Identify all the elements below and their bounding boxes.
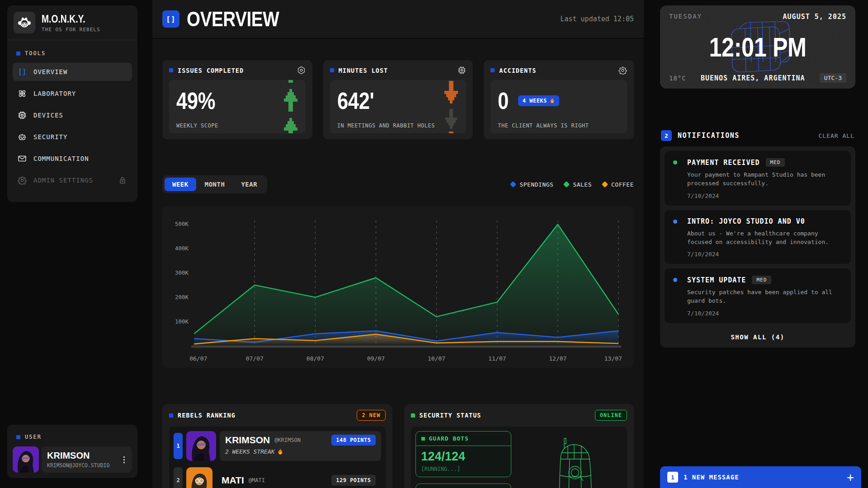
show-all-button[interactable]: SHOW ALL (4)	[665, 328, 851, 347]
ranking-row-1[interactable]: 1 KRIMSON @KRIMSON 148 POINTS 2 WEEKS	[174, 431, 381, 461]
chip-icon	[17, 111, 27, 120]
main-content: [] OVERVIEW Last updated 12:05 ISSUES CO…	[152, 0, 644, 488]
firewall-box: FIREWALL	[415, 483, 511, 488]
sidebar-tools-card: M.O.N.K.Y. THE OS FOR REBELS TOOLS []OVE…	[7, 5, 137, 202]
sidebar-item-admin-settings[interactable]: ADMIN SETTINGS	[13, 171, 132, 189]
new-badge: 2 NEW	[357, 410, 385, 421]
plus-icon[interactable]: +	[847, 471, 854, 483]
rank-avatar-krimson	[186, 431, 216, 461]
points-badge: 148 POINTS	[331, 435, 375, 446]
notifications-title: NOTIFICATIONS	[678, 131, 740, 140]
tab-year[interactable]: YEAR	[233, 178, 265, 191]
rank-handle: @MATI	[249, 477, 265, 483]
overview-brackets-icon: []	[162, 10, 179, 28]
tab-week[interactable]: WEEK	[165, 178, 196, 191]
gear-icon	[17, 176, 27, 185]
stats-row: ISSUES COMPLETED 49% WEEKLY SCOPE	[162, 60, 634, 138]
user-menu-button[interactable]	[122, 455, 127, 465]
tab-month[interactable]: MONTH	[197, 178, 233, 191]
legend-coffee: COFFEE	[603, 181, 634, 188]
rank-badge: 2	[174, 467, 183, 488]
svg-text:200K: 200K	[175, 294, 189, 300]
section-bullet	[16, 435, 20, 439]
notification-card[interactable]: INTRO: JOYCO STUDIO AND V0About us - We'…	[665, 210, 851, 264]
notification-body: About us - We're a healthcare company fo…	[687, 230, 844, 247]
notification-date: 7/10/2024	[687, 192, 844, 199]
card-bullet	[169, 413, 173, 418]
svg-text:08/07: 08/07	[307, 355, 324, 362]
sidebar-item-overview[interactable]: []OVERVIEW	[13, 63, 132, 81]
sidebar: M.O.N.K.Y. THE OS FOR REBELS TOOLS []OVE…	[0, 0, 152, 488]
sidebar-nav: []OVERVIEWLABORATORYDEVICESSECURITYCOMMU…	[13, 63, 132, 189]
green-bullet	[421, 437, 425, 441]
stat-title: ISSUES COMPLETED	[178, 67, 244, 74]
stat-value: 642'	[337, 89, 374, 113]
stat-value: 49%	[176, 89, 215, 113]
notification-date: 7/10/2024	[687, 251, 844, 258]
notification-title: PAYMENT RECEIVED	[687, 159, 760, 167]
monkey-logo-icon	[14, 12, 35, 33]
notification-count-badge: 2	[661, 130, 672, 141]
mail-icon	[17, 154, 27, 163]
svg-text:09/07: 09/07	[367, 355, 385, 362]
stat-value: 0	[498, 89, 509, 113]
rank-handle: @KRIMSON	[274, 437, 301, 443]
clear-all-button[interactable]: CLEAR ALL	[819, 132, 854, 139]
brand: M.O.N.K.Y. THE OS FOR REBELS	[7, 5, 137, 40]
right-sidebar: TUESDAY AUGUST 5, 2025 12:01 PM 18°C BUE…	[644, 0, 868, 488]
ranking-row-2[interactable]: 2	[174, 467, 381, 488]
tools-section-label: TOOLS	[13, 47, 132, 63]
notification-date: 7/10/2024	[687, 310, 844, 317]
new-message-bar[interactable]: 1 1 NEW MESSAGE +	[660, 466, 861, 488]
svg-text:06/07: 06/07	[189, 355, 207, 362]
streak-label: 2 WEEKS STREAK	[225, 448, 376, 455]
watchtower-graphic	[548, 433, 602, 488]
guard-bots-status: [RUNNING...]	[421, 466, 505, 472]
svg-text:300K: 300K	[175, 269, 189, 276]
stat-label: THE CLIENT ALWAYS IS RIGHT	[498, 122, 589, 129]
sidebar-item-devices[interactable]: DEVICES	[13, 106, 132, 124]
stat-label: IN MEETINGS AND RABBIT HOLES	[337, 122, 435, 129]
area-chart: 100K200K300K400K500K06/0707/0708/0709/07…	[165, 211, 629, 365]
rank-name: KRIMSON	[225, 435, 270, 446]
svg-text:400K: 400K	[175, 245, 189, 252]
gear-icon	[618, 66, 627, 75]
ranking-list: 1 KRIMSON @KRIMSON 148 POINTS 2 WEEKS	[169, 427, 386, 488]
brand-title: M.O.N.K.Y.	[42, 13, 85, 25]
chart-legend: SPENDINGSSALESCOFFEE	[511, 181, 634, 188]
guard-bots-title: GUARD BOTS	[429, 435, 469, 442]
notification-card[interactable]: SYSTEM UPDATEMEDSecurity patches have be…	[665, 268, 851, 323]
last-updated: Last updated 12:05	[560, 15, 634, 23]
notification-body: Security patches have been applied to al…	[687, 288, 844, 305]
notifications-header: 2 NOTIFICATIONS CLEAR ALL	[661, 130, 854, 141]
sidebar-item-laboratory[interactable]: LABORATORY	[13, 84, 132, 103]
page-title: OVERVIEW	[187, 7, 279, 31]
time: 12:01 PM	[709, 32, 806, 63]
fire-icon	[278, 449, 283, 455]
guard-bots-value: 124/124	[421, 450, 505, 464]
stat-title: ACCIDENTS	[499, 67, 536, 74]
stat-tile: 0 4 WEEKS THE CLIENT ALWAYS IS RIGHT	[491, 80, 627, 133]
stat-card-minutes: MINUTES LOST 642' IN MEETINGS AND RABBIT…	[323, 60, 473, 139]
notifications-list: PAYMENT RECEIVEDMEDYour payment to Rampa…	[660, 146, 855, 347]
card-bullet	[330, 68, 334, 72]
rank-badge: 1	[174, 433, 183, 459]
sidebar-item-security[interactable]: SECURITY	[13, 128, 132, 146]
sidebar-item-communication[interactable]: COMMUNICATION	[13, 150, 132, 168]
rank-name: MATI	[222, 475, 244, 486]
card-bullet	[411, 413, 415, 418]
user-avatar	[13, 446, 39, 473]
stat-title: MINUTES LOST	[339, 67, 388, 74]
message-count-badge: 1	[667, 472, 678, 483]
svg-text:10/07: 10/07	[428, 355, 445, 362]
stat-tile: 49% WEEKLY SCOPE	[169, 80, 306, 133]
svg-text:100K: 100K	[175, 318, 189, 325]
status-dot	[673, 160, 677, 164]
notification-card[interactable]: PAYMENT RECEIVEDMEDYour payment to Rampa…	[665, 151, 851, 206]
section-bullet	[16, 52, 20, 56]
stat-tile: 642' IN MEETINGS AND RABBIT HOLES	[330, 80, 467, 133]
card-bullet	[169, 68, 173, 72]
notification-title: SYSTEM UPDATE	[687, 276, 746, 284]
points-badge: 129 POINTS	[331, 475, 375, 486]
priority-badge: MED	[752, 276, 771, 284]
